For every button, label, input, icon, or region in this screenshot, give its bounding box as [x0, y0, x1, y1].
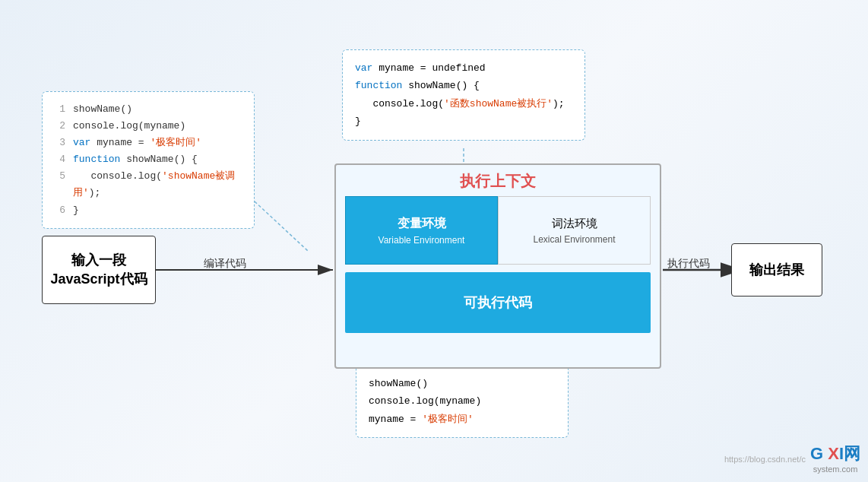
variable-env-title: 变量环境: [398, 216, 446, 232]
watermark-url: https://blog.csdn.net/c: [724, 455, 806, 464]
execute-label: 执行代码: [667, 257, 710, 271]
code-line-4: 4 function showName() {: [55, 151, 242, 168]
code-line-2: 2 console.log(myname): [55, 118, 242, 135]
top-code-line-1: var myname = undefined: [355, 59, 572, 77]
compile-label: 编译代码: [204, 257, 246, 271]
output-label: 输出结果: [749, 261, 804, 279]
top-code-line-2: function showName() {: [355, 77, 572, 94]
exec-context-title: 执行上下文: [336, 165, 660, 196]
code-line-5: 5 console.log('showName被调用');: [55, 168, 242, 201]
input-label-line2: JavaScript代码: [50, 270, 147, 289]
code-box-left: 1 showName() 2 console.log(myname) 3 var…: [42, 91, 255, 229]
output-box: 输出结果: [731, 243, 822, 296]
exec-context: 执行上下文 变量环境 Variable Environment 词法环境 Lex…: [334, 163, 661, 369]
variable-env-subtitle: Variable Environment: [379, 235, 465, 246]
code-line-6: 6 }: [55, 202, 242, 219]
bottom-code-line-3: myname = '极客时间': [369, 411, 556, 428]
gxi-sub: system.com: [813, 465, 858, 474]
code-bubble-bottom: showName() console.log(myname) myname = …: [356, 365, 569, 438]
svg-line-6: [255, 201, 308, 251]
bottom-code-line-1: showName(): [369, 375, 556, 392]
variable-env: 变量环境 Variable Environment: [345, 196, 498, 265]
input-box: 输入一段 JavaScript代码: [42, 236, 156, 304]
env-row: 变量环境 Variable Environment 词法环境 Lexical E…: [345, 196, 651, 265]
top-code-line-3: console.log('函数showName被执行');: [355, 95, 572, 113]
code-bubble-top: var myname = undefined function showName…: [342, 49, 585, 141]
gxi-logo: G XI网: [810, 444, 860, 464]
code-line-1: 1 showName(): [55, 101, 242, 118]
main-container: 1 showName() 2 console.log(myname) 3 var…: [0, 0, 868, 482]
lexical-env: 词法环境 Lexical Environment: [498, 196, 651, 265]
input-label-line1: 输入一段: [71, 251, 126, 270]
watermark: https://blog.csdn.net/c G XI网 system.com: [724, 444, 860, 474]
bottom-code-line-2: console.log(myname): [369, 392, 556, 410]
lexical-env-title: 词法环境: [552, 217, 597, 231]
lexical-env-subtitle: Lexical Environment: [533, 234, 615, 245]
executable-code: 可执行代码: [345, 272, 651, 333]
executable-code-title: 可执行代码: [464, 293, 532, 312]
code-line-3: 3 var myname = '极客时间': [55, 135, 242, 151]
top-code-line-4: }: [355, 113, 572, 130]
